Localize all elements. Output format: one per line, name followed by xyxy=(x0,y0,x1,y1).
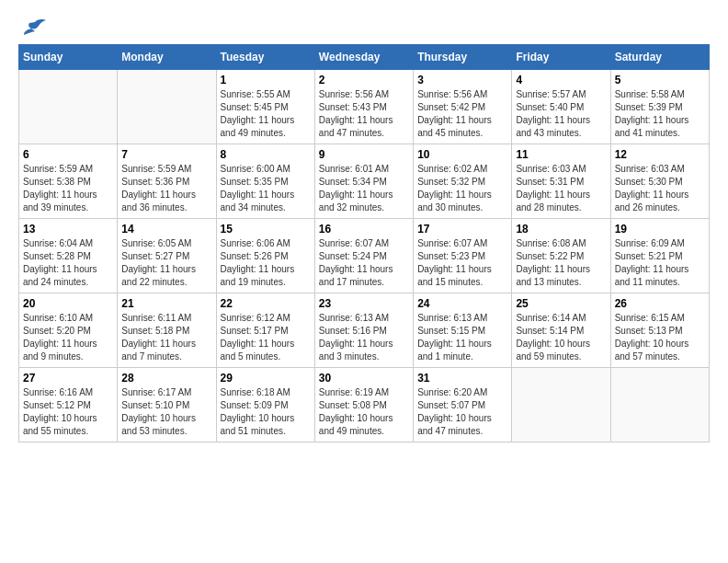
day-info: Sunrise: 5:59 AMSunset: 5:38 PMDaylight:… xyxy=(23,163,113,214)
weekday-header: Sunday xyxy=(19,45,118,70)
day-info: Sunrise: 6:12 AMSunset: 5:17 PMDaylight:… xyxy=(221,312,311,363)
calendar-day-cell: 30Sunrise: 6:19 AMSunset: 5:08 PMDayligh… xyxy=(314,368,413,442)
day-info: Sunrise: 6:04 AMSunset: 5:28 PMDaylight:… xyxy=(23,237,113,289)
day-info: Sunrise: 6:03 AMSunset: 5:31 PMDaylight:… xyxy=(516,163,606,214)
calendar-day-cell: 24Sunrise: 6:13 AMSunset: 5:15 PMDayligh… xyxy=(414,293,512,368)
day-info: Sunrise: 6:10 AMSunset: 5:20 PMDaylight:… xyxy=(23,312,113,363)
day-number: 24 xyxy=(417,297,507,310)
day-number: 21 xyxy=(121,297,211,310)
calendar-day-cell: 23Sunrise: 6:13 AMSunset: 5:16 PMDayligh… xyxy=(314,293,413,368)
weekday-header: Friday xyxy=(512,45,610,70)
calendar-day-cell: 21Sunrise: 6:11 AMSunset: 5:18 PMDayligh… xyxy=(118,293,216,368)
day-info: Sunrise: 5:56 AMSunset: 5:43 PMDaylight:… xyxy=(319,88,409,140)
day-number: 16 xyxy=(319,223,409,236)
day-info: Sunrise: 6:13 AMSunset: 5:16 PMDaylight:… xyxy=(319,312,409,363)
day-number: 12 xyxy=(615,148,705,161)
day-info: Sunrise: 6:14 AMSunset: 5:14 PMDaylight:… xyxy=(516,312,606,363)
weekday-header: Thursday xyxy=(414,45,512,70)
day-number: 17 xyxy=(417,223,507,236)
weekday-header: Wednesday xyxy=(314,45,413,70)
day-info: Sunrise: 6:05 AMSunset: 5:27 PMDaylight:… xyxy=(121,237,211,289)
day-number: 18 xyxy=(516,223,606,236)
day-info: Sunrise: 6:20 AMSunset: 5:07 PMDaylight:… xyxy=(417,386,507,438)
calendar-day-cell: 13Sunrise: 6:04 AMSunset: 5:28 PMDayligh… xyxy=(19,219,118,293)
calendar-week-row: 27Sunrise: 6:16 AMSunset: 5:12 PMDayligh… xyxy=(19,368,710,442)
day-info: Sunrise: 6:17 AMSunset: 5:10 PMDaylight:… xyxy=(121,386,211,438)
calendar-day-cell xyxy=(19,70,118,144)
logo-text xyxy=(18,18,48,39)
calendar-day-cell: 27Sunrise: 6:16 AMSunset: 5:12 PMDayligh… xyxy=(19,368,118,442)
day-info: Sunrise: 5:58 AMSunset: 5:39 PMDaylight:… xyxy=(615,88,705,140)
calendar-week-row: 13Sunrise: 6:04 AMSunset: 5:28 PMDayligh… xyxy=(19,219,710,293)
day-info: Sunrise: 6:06 AMSunset: 5:26 PMDaylight:… xyxy=(221,237,311,289)
calendar-day-cell: 4Sunrise: 5:57 AMSunset: 5:40 PMDaylight… xyxy=(512,70,610,144)
calendar-day-cell: 19Sunrise: 6:09 AMSunset: 5:21 PMDayligh… xyxy=(610,219,709,293)
day-number: 30 xyxy=(319,372,409,385)
weekday-header: Saturday xyxy=(610,45,709,70)
day-number: 20 xyxy=(23,297,113,310)
calendar-day-cell: 26Sunrise: 6:15 AMSunset: 5:13 PMDayligh… xyxy=(610,293,709,368)
calendar-week-row: 20Sunrise: 6:10 AMSunset: 5:20 PMDayligh… xyxy=(19,293,710,368)
weekday-header: Monday xyxy=(118,45,216,70)
page-header xyxy=(18,18,710,35)
day-info: Sunrise: 6:16 AMSunset: 5:12 PMDaylight:… xyxy=(23,386,113,438)
day-info: Sunrise: 6:11 AMSunset: 5:18 PMDaylight:… xyxy=(121,312,211,363)
day-number: 5 xyxy=(615,74,705,86)
day-number: 29 xyxy=(221,372,311,385)
calendar-day-cell: 28Sunrise: 6:17 AMSunset: 5:10 PMDayligh… xyxy=(118,368,216,442)
day-info: Sunrise: 6:08 AMSunset: 5:22 PMDaylight:… xyxy=(516,237,606,289)
calendar-day-cell: 16Sunrise: 6:07 AMSunset: 5:24 PMDayligh… xyxy=(314,219,413,293)
calendar-day-cell: 17Sunrise: 6:07 AMSunset: 5:23 PMDayligh… xyxy=(414,219,512,293)
day-info: Sunrise: 6:00 AMSunset: 5:35 PMDaylight:… xyxy=(221,163,311,214)
day-info: Sunrise: 6:02 AMSunset: 5:32 PMDaylight:… xyxy=(417,163,507,214)
logo-bird-icon xyxy=(22,18,48,39)
day-number: 10 xyxy=(417,148,507,161)
day-number: 11 xyxy=(516,148,606,161)
calendar-table: SundayMondayTuesdayWednesdayThursdayFrid… xyxy=(18,44,710,442)
calendar-day-cell: 12Sunrise: 6:03 AMSunset: 5:30 PMDayligh… xyxy=(610,144,709,219)
calendar-day-cell: 22Sunrise: 6:12 AMSunset: 5:17 PMDayligh… xyxy=(216,293,314,368)
calendar-day-cell: 10Sunrise: 6:02 AMSunset: 5:32 PMDayligh… xyxy=(414,144,512,219)
weekday-header: Tuesday xyxy=(216,45,314,70)
day-number: 26 xyxy=(615,297,705,310)
day-number: 7 xyxy=(121,148,211,161)
day-number: 8 xyxy=(221,148,311,161)
day-info: Sunrise: 6:15 AMSunset: 5:13 PMDaylight:… xyxy=(615,312,705,363)
calendar-day-cell xyxy=(118,70,216,144)
day-info: Sunrise: 6:18 AMSunset: 5:09 PMDaylight:… xyxy=(221,386,311,438)
day-number: 13 xyxy=(23,223,113,236)
day-number: 22 xyxy=(221,297,311,310)
day-number: 19 xyxy=(615,223,705,236)
day-number: 25 xyxy=(516,297,606,310)
day-info: Sunrise: 6:01 AMSunset: 5:34 PMDaylight:… xyxy=(319,163,409,214)
day-info: Sunrise: 5:55 AMSunset: 5:45 PMDaylight:… xyxy=(221,88,311,140)
calendar-day-cell: 11Sunrise: 6:03 AMSunset: 5:31 PMDayligh… xyxy=(512,144,610,219)
day-info: Sunrise: 5:59 AMSunset: 5:36 PMDaylight:… xyxy=(121,163,211,214)
calendar-day-cell: 3Sunrise: 5:56 AMSunset: 5:42 PMDaylight… xyxy=(414,70,512,144)
calendar-day-cell: 5Sunrise: 5:58 AMSunset: 5:39 PMDaylight… xyxy=(610,70,709,144)
calendar-day-cell: 7Sunrise: 5:59 AMSunset: 5:36 PMDaylight… xyxy=(118,144,216,219)
calendar-day-cell xyxy=(512,368,610,442)
day-number: 31 xyxy=(417,372,507,385)
calendar-day-cell: 29Sunrise: 6:18 AMSunset: 5:09 PMDayligh… xyxy=(216,368,314,442)
day-number: 28 xyxy=(121,372,211,385)
calendar-day-cell: 8Sunrise: 6:00 AMSunset: 5:35 PMDaylight… xyxy=(216,144,314,219)
day-number: 14 xyxy=(121,223,211,236)
calendar-day-cell: 1Sunrise: 5:55 AMSunset: 5:45 PMDaylight… xyxy=(216,70,314,144)
calendar-day-cell: 31Sunrise: 6:20 AMSunset: 5:07 PMDayligh… xyxy=(414,368,512,442)
day-info: Sunrise: 6:09 AMSunset: 5:21 PMDaylight:… xyxy=(615,237,705,289)
day-number: 1 xyxy=(221,74,311,86)
day-info: Sunrise: 6:03 AMSunset: 5:30 PMDaylight:… xyxy=(615,163,705,214)
day-number: 4 xyxy=(516,74,606,86)
calendar-day-cell: 15Sunrise: 6:06 AMSunset: 5:26 PMDayligh… xyxy=(216,219,314,293)
day-number: 15 xyxy=(221,223,311,236)
day-info: Sunrise: 5:56 AMSunset: 5:42 PMDaylight:… xyxy=(417,88,507,140)
calendar-day-cell: 18Sunrise: 6:08 AMSunset: 5:22 PMDayligh… xyxy=(512,219,610,293)
calendar-day-cell: 14Sunrise: 6:05 AMSunset: 5:27 PMDayligh… xyxy=(118,219,216,293)
day-number: 3 xyxy=(417,74,507,86)
day-number: 9 xyxy=(319,148,409,161)
calendar-day-cell xyxy=(610,368,709,442)
calendar-day-cell: 6Sunrise: 5:59 AMSunset: 5:38 PMDaylight… xyxy=(19,144,118,219)
day-number: 23 xyxy=(319,297,409,310)
calendar-day-cell: 9Sunrise: 6:01 AMSunset: 5:34 PMDaylight… xyxy=(314,144,413,219)
